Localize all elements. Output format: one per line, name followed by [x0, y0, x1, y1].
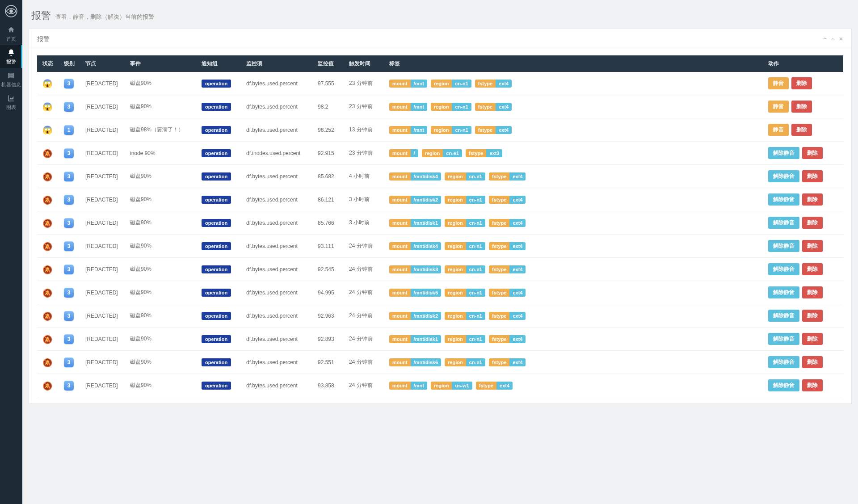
collapse-icon[interactable] [823, 36, 827, 42]
group-badge[interactable]: operation [202, 289, 231, 297]
group-badge[interactable]: operation [202, 196, 231, 204]
tag-value: cn-n1 [466, 196, 485, 204]
group-badge[interactable]: operation [202, 172, 231, 181]
tag-key: fstype [466, 149, 486, 157]
unmute-button[interactable]: 解除静音 [768, 286, 799, 298]
tag-pair: regioncn-n1 [445, 242, 485, 250]
tag-pair: regioncn-e1 [422, 149, 462, 157]
cell-node: [REDACTED] [80, 235, 125, 258]
tag-value: cn-n1 [452, 126, 471, 134]
delete-button[interactable]: 删除 [802, 170, 823, 182]
delete-button[interactable]: 删除 [791, 77, 812, 89]
tag-key: mount [389, 358, 411, 366]
delete-button[interactable]: 删除 [802, 286, 823, 298]
tag-key: fstype [489, 219, 509, 227]
sidebar-item-home[interactable]: 首页 [0, 22, 22, 45]
tag-pair: mount/mnt/disk2 [389, 312, 441, 320]
delete-button[interactable]: 删除 [802, 147, 823, 159]
unmute-button[interactable]: 解除静音 [768, 240, 799, 252]
cell-event: 磁盘90% [125, 281, 196, 304]
tag-key: fstype [475, 80, 496, 88]
tag-value: cn-e1 [443, 149, 462, 157]
unmute-button[interactable]: 解除静音 [768, 193, 799, 206]
tag-value: cn-n1 [466, 219, 485, 227]
tag-pair: regioncn-n1 [445, 196, 485, 204]
app-logo [0, 0, 22, 22]
alert-icon: 😱 [42, 79, 52, 88]
cell-metric: df.bytes.used.percent [241, 258, 312, 281]
delete-button[interactable]: 删除 [802, 217, 823, 229]
tag-key: region [445, 172, 466, 181]
tag-value: /mnt/disk2 [411, 312, 441, 320]
group-badge[interactable]: operation [202, 126, 231, 134]
delete-button[interactable]: 删除 [802, 310, 823, 322]
group-badge[interactable]: operation [202, 242, 231, 250]
group-badge[interactable]: operation [202, 103, 231, 111]
cell-value: 92.551 [312, 351, 344, 374]
tag-pair: fstypeext4 [489, 265, 526, 273]
cell-metric: df.bytes.used.percent [241, 281, 312, 304]
group-badge[interactable]: operation [202, 149, 231, 157]
tag-pair: fstypeext4 [489, 242, 526, 250]
tag-pair: fstypeext4 [475, 103, 512, 111]
unmute-button[interactable]: 解除静音 [768, 217, 799, 229]
cell-value: 94.995 [312, 281, 344, 304]
tag-key: mount [389, 382, 411, 390]
delete-button[interactable]: 删除 [791, 101, 812, 113]
group-badge[interactable]: operation [202, 219, 231, 227]
tag-value: ext4 [509, 242, 526, 250]
cell-time: 24 分钟前 [344, 351, 384, 374]
tag-value: ext4 [509, 335, 526, 343]
unmute-button[interactable]: 解除静音 [768, 147, 799, 159]
tag-value: ext4 [509, 312, 526, 320]
tag-value: ext4 [509, 358, 526, 366]
tag-value: ext3 [486, 149, 502, 157]
settings-icon[interactable] [831, 36, 835, 42]
close-icon[interactable] [839, 36, 843, 42]
tag-value: ext4 [509, 289, 526, 297]
delete-button[interactable]: 删除 [802, 379, 823, 391]
unmute-button[interactable]: 解除静音 [768, 333, 799, 345]
table-row: 3[REDACTED]inode 90%operationdf.inodes.u… [37, 142, 843, 165]
th-value: 监控值 [312, 55, 344, 72]
tag-value: /mnt/disk5 [411, 289, 441, 297]
sidebar-item-layers[interactable]: 机器信息 [0, 68, 22, 91]
unmute-button[interactable]: 解除静音 [768, 310, 799, 322]
unmute-button[interactable]: 解除静音 [768, 170, 799, 182]
tag-pair: mount/mnt [389, 80, 427, 88]
group-badge[interactable]: operation [202, 265, 231, 273]
mute-button[interactable]: 静音 [768, 77, 789, 89]
table-row: 3[REDACTED]磁盘90%operationdf.bytes.used.p… [37, 374, 843, 397]
tag-key: fstype [489, 289, 509, 297]
delete-button[interactable]: 删除 [802, 356, 823, 368]
cell-event: 磁盘90% [125, 95, 196, 118]
mute-button[interactable]: 静音 [768, 101, 789, 113]
delete-button[interactable]: 删除 [802, 263, 823, 275]
group-badge[interactable]: operation [202, 312, 231, 320]
group-badge[interactable]: operation [202, 80, 231, 88]
sidebar-item-bell[interactable]: 报警 [0, 45, 22, 68]
level-badge: 3 [64, 334, 74, 344]
cell-node: [REDACTED] [80, 165, 125, 188]
tag-key: mount [389, 335, 411, 343]
unmute-button[interactable]: 解除静音 [768, 263, 799, 275]
unmute-button[interactable]: 解除静音 [768, 356, 799, 368]
sidebar-item-chart[interactable]: 图表 [0, 91, 22, 113]
delete-button[interactable]: 删除 [802, 240, 823, 252]
delete-button[interactable]: 删除 [791, 124, 812, 136]
group-badge[interactable]: operation [202, 335, 231, 343]
delete-button[interactable]: 删除 [802, 193, 823, 206]
table-header-row: 状态 级别 节点 事件 通知组 监控项 监控值 触发时间 标签 动作 [37, 55, 843, 72]
tag-pair: regioncn-n1 [445, 312, 485, 320]
delete-button[interactable]: 删除 [802, 333, 823, 345]
cell-value: 98.2 [312, 95, 344, 118]
th-group: 通知组 [196, 55, 241, 72]
mute-button[interactable]: 静音 [768, 124, 789, 136]
unmute-button[interactable]: 解除静音 [768, 379, 799, 391]
tag-pair: fstypeext4 [489, 358, 526, 366]
svg-rect-4 [8, 77, 14, 78]
tag-pair: regioncn-n1 [445, 358, 485, 366]
group-badge[interactable]: operation [202, 382, 231, 390]
group-badge[interactable]: operation [202, 358, 231, 366]
cell-node: [REDACTED] [80, 142, 125, 165]
